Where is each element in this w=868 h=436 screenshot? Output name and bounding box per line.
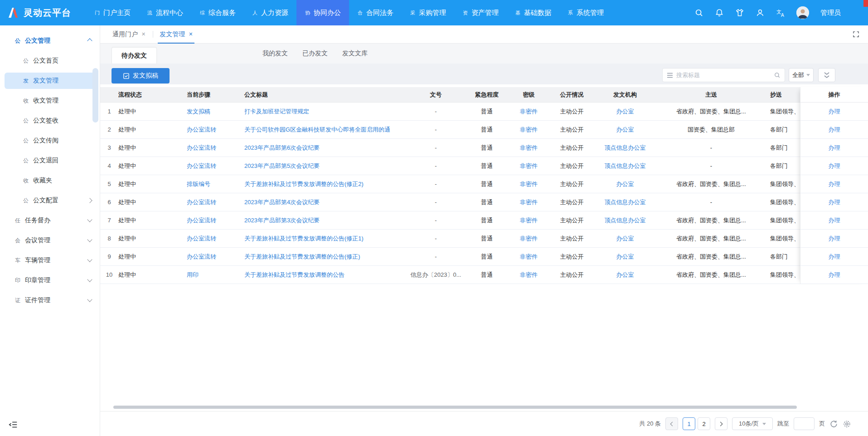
cell-title[interactable]: 打卡及加班登记管理规定: [239, 108, 410, 116]
nav-item-系统管理[interactable]: 系系统管理: [559, 0, 612, 25]
action-link[interactable]: 办理: [800, 157, 868, 175]
sidebar-item-任务督办[interactable]: 任任务督办: [0, 211, 100, 230]
subtab-pending[interactable]: 待办发文: [112, 47, 157, 64]
sidebar-item-印章管理[interactable]: 印印章管理: [0, 270, 100, 290]
action-link[interactable]: 办理: [800, 103, 868, 121]
nav-item-icon: 人: [252, 10, 258, 16]
subtab-dispatch-library[interactable]: 发文文库: [342, 44, 368, 64]
app-logo[interactable]: 灵动云平台: [0, 7, 86, 19]
subtab-done-dispatch[interactable]: 已办发文: [302, 44, 328, 64]
translate-icon[interactable]: 文A: [776, 8, 785, 17]
prev-page-button[interactable]: [665, 417, 678, 430]
sidebar-item-证件管理[interactable]: 证证件管理: [0, 290, 100, 310]
table-row: 6处理中办公室流转2023年产品部第4次会议纪要-普通非密件主动公开顶点信息办公…: [100, 193, 868, 211]
bell-icon[interactable]: [715, 8, 724, 17]
cell-title[interactable]: 2023年产品部第6次会议纪要: [239, 144, 410, 152]
nav-item-label: 基础数据: [524, 9, 551, 17]
magnifier-icon[interactable]: [774, 72, 781, 78]
sidebar-item-发文管理[interactable]: 发发文管理: [0, 71, 100, 91]
cell-title[interactable]: 关于公司软件园G区金融科技研发中心即将全面启用的通: [239, 126, 410, 134]
jump-label: 跳至: [777, 420, 789, 428]
cell-org: 办公室: [598, 253, 652, 261]
draft-document-button[interactable]: 发文拟稿: [112, 68, 170, 83]
sidebar-item-公文配置[interactable]: 公公文配置: [0, 191, 100, 211]
tab-dispatch-management[interactable]: 发文管理 ✕: [158, 25, 194, 44]
sidebar-item-收文管理[interactable]: 收收文管理: [0, 91, 100, 111]
fixed-action-column: 操作 办理办理办理办理办理办理办理办理办理办理: [800, 87, 868, 284]
refresh-icon[interactable]: [829, 420, 838, 428]
column-header-流程状态: 流程状态: [118, 91, 182, 99]
sidebar-item-icon: 证: [15, 297, 21, 304]
sidebar-item-收藏夹[interactable]: 收收藏夹: [0, 171, 100, 191]
scope-filter-select[interactable]: 全部: [789, 68, 814, 82]
sidebar-menu: 公公文管理公公文首页发发文管理收收文管理公公文签收公公文传阅公公文退回收收藏夹公…: [0, 31, 100, 310]
cell-title[interactable]: 2023年产品部第4次会议纪要: [239, 198, 410, 206]
close-icon[interactable]: ✕: [141, 31, 145, 37]
close-icon[interactable]: ✕: [189, 31, 193, 37]
nav-item-协同办公[interactable]: 协协同办公: [296, 0, 349, 25]
action-link[interactable]: 办理: [800, 248, 868, 266]
draft-button-label: 发文拟稿: [133, 72, 158, 80]
action-link[interactable]: 办理: [800, 211, 868, 230]
cell-status: 处理中: [118, 180, 182, 188]
cell-title[interactable]: 关于差旅补贴及过节费发放调整的公告(修正1): [239, 235, 410, 243]
nav-item-人力资源[interactable]: 人人力资源: [244, 0, 296, 25]
fullscreen-icon[interactable]: [852, 30, 860, 38]
nav-item-门户主页[interactable]: 门门户主页: [86, 0, 139, 25]
page-button-1[interactable]: 1: [683, 417, 695, 430]
page-size-select[interactable]: 10条/页: [732, 417, 773, 430]
next-page-button[interactable]: [715, 417, 727, 430]
nav-item-合同法务[interactable]: 合合同法务: [349, 0, 402, 25]
sidebar-item-公文传阅[interactable]: 公公文传阅: [0, 131, 100, 151]
sidebar-item-icon: 印: [15, 277, 21, 284]
action-link[interactable]: 办理: [800, 230, 868, 248]
cell-secrecy: 非密件: [512, 180, 546, 188]
nav-item-采购管理[interactable]: 采采购管理: [402, 0, 454, 25]
nav-item-资产管理[interactable]: 资资产管理: [454, 0, 507, 25]
jump-page-input[interactable]: [794, 417, 815, 430]
toolbar: 发文拟稿 全部: [100, 64, 868, 84]
user-name[interactable]: 管理员: [820, 9, 841, 17]
action-link[interactable]: 办理: [800, 121, 868, 139]
nav-item-icon: 基: [515, 10, 521, 16]
search-icon[interactable]: [694, 8, 703, 17]
sidebar-scrollbar[interactable]: [92, 68, 98, 122]
cell-title[interactable]: 关于差旅补贴及过节费发放调整的公告(修正): [239, 253, 410, 261]
cell-index: 5: [100, 181, 118, 187]
theme-shirt-icon[interactable]: [735, 8, 744, 17]
cell-secrecy: 非密件: [512, 235, 546, 243]
sidebar-item-公文签收[interactable]: 公公文签收: [0, 111, 100, 131]
sidebar-item-label: 印章管理: [25, 276, 50, 284]
cell-title[interactable]: 2023年产品部第5次会议纪要: [239, 162, 410, 170]
action-link[interactable]: 办理: [800, 266, 868, 284]
sidebar-item-公文退回[interactable]: 公公文退回: [0, 151, 100, 171]
page-button-2[interactable]: 2: [698, 417, 710, 430]
user-icon[interactable]: [756, 8, 765, 17]
advanced-search-toggle[interactable]: [818, 68, 835, 82]
cell-title[interactable]: 关于差旅补贴及过节费发放调整的公告: [239, 271, 410, 279]
cell-urgency: 普通: [462, 253, 512, 261]
tab-general-portal[interactable]: 通用门户 ✕: [111, 25, 147, 44]
nav-item-综合服务[interactable]: 综综合服务: [191, 0, 244, 25]
action-link[interactable]: 办理: [800, 175, 868, 193]
sidebar-item-公文管理[interactable]: 公公文管理: [0, 31, 100, 51]
user-avatar[interactable]: [796, 6, 809, 19]
table-settings-gear-icon[interactable]: [843, 420, 851, 428]
cell-title[interactable]: 关于差旅补贴及过节费发放调整的公告(修正2): [239, 180, 410, 188]
action-link[interactable]: 办理: [800, 193, 868, 211]
search-title-input[interactable]: [676, 72, 771, 78]
cell-title[interactable]: 2023年产品部第3次会议纪要: [239, 216, 410, 225]
horizontal-scrollbar[interactable]: [113, 406, 797, 409]
sidebar-item-会议管理[interactable]: 会会议管理: [0, 230, 100, 250]
page-unit-label: 页: [819, 420, 825, 428]
page-buttons: 12: [683, 417, 710, 430]
action-link[interactable]: 办理: [800, 139, 868, 157]
sidebar-item-车辆管理[interactable]: 车车辆管理: [0, 250, 100, 270]
nav-item-基础数据[interactable]: 基基础数据: [507, 0, 559, 25]
nav-right-group: 文A 管理员: [694, 6, 868, 19]
subtab-my-dispatch[interactable]: 我的发文: [262, 44, 288, 64]
svg-text:A: A: [781, 13, 784, 18]
nav-item-流程中心[interactable]: 流流程中心: [139, 0, 191, 25]
sidebar-item-公文首页[interactable]: 公公文首页: [0, 51, 100, 71]
sidebar-collapse-icon[interactable]: [8, 420, 18, 430]
